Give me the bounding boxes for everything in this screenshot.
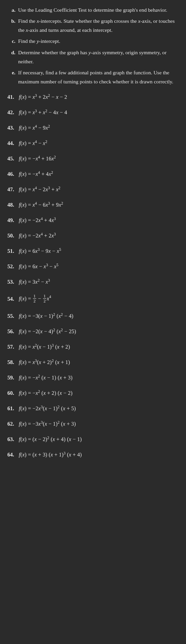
instruction-text: If necessary, find a few additional poin… bbox=[18, 68, 179, 86]
problem-number: 60. bbox=[7, 390, 19, 396]
problem-item: 45.f(x) = −x4 + 16x2 bbox=[7, 156, 179, 162]
instruction-list: a.Use the Leading Coefficient Test to de… bbox=[7, 5, 179, 86]
problem-item: 54.f(x) = 12 − 12x4 bbox=[7, 294, 179, 304]
instruction-text: Use the Leading Coefficient Test to dete… bbox=[18, 5, 179, 14]
problem-number: 62. bbox=[7, 421, 19, 427]
instruction-text: Find the y-intercept. bbox=[18, 37, 179, 46]
problem-number: 53. bbox=[7, 279, 19, 285]
page-content: a.Use the Leading Coefficient Test to de… bbox=[0, 0, 186, 475]
problem-item: 43.f(x) = x4 − 9x2 bbox=[7, 125, 179, 131]
problem-equation: f(x) = x4 − 2x3 + x2 bbox=[19, 187, 60, 193]
problem-item: 52.f(x) = 6x − x3 − x5 bbox=[7, 264, 179, 270]
problem-item: 49.f(x) = −2x4 + 4x3 bbox=[7, 217, 179, 223]
problem-equation: f(x) = −2(x − 4)2 (x2 − 25) bbox=[19, 329, 76, 335]
problem-number: 50. bbox=[7, 233, 19, 239]
problem-item: 41.f(x) = x3 + 2x2 − x − 2 bbox=[7, 94, 179, 100]
problem-number: 64. bbox=[7, 452, 19, 458]
problem-number: 61. bbox=[7, 406, 19, 412]
problem-equation: f(x) = −2x4 + 2x3 bbox=[19, 233, 56, 239]
problem-item: 62.f(x) = −3x3(x − 1)2 (x + 3) bbox=[7, 421, 179, 427]
problem-equation: f(x) = (x + 3) (x + 1)3 (x + 4) bbox=[19, 452, 82, 458]
problem-number: 45. bbox=[7, 156, 19, 162]
problem-item: 63.f(x) = (x − 2)2 (x + 4) (x − 1) bbox=[7, 436, 179, 442]
problem-number: 57. bbox=[7, 344, 19, 350]
problem-equation: f(x) = x3(x + 2)2 (x + 1) bbox=[19, 359, 70, 365]
problem-item: 56.f(x) = −2(x − 4)2 (x2 − 25) bbox=[7, 329, 179, 335]
problem-number: 63. bbox=[7, 436, 19, 442]
problem-equation: f(x) = 3x2 − x3 bbox=[19, 279, 50, 285]
problem-equation: f(x) = −3x3(x − 1)2 (x + 3) bbox=[19, 421, 76, 427]
problem-item: 47.f(x) = x4 − 2x3 + x2 bbox=[7, 187, 179, 193]
problem-number: 44. bbox=[7, 140, 19, 146]
problem-equation: f(x) = −x4 + 16x2 bbox=[19, 156, 56, 162]
problem-item: 64.f(x) = (x + 3) (x + 1)3 (x + 4) bbox=[7, 452, 179, 458]
problem-number: 54. bbox=[7, 296, 19, 302]
problem-equation: f(x) = x4 − 9x2 bbox=[19, 125, 50, 131]
problem-equation: f(x) = 12 − 12x4 bbox=[19, 294, 51, 304]
problem-number: 51. bbox=[7, 248, 19, 254]
problem-item: 50.f(x) = −2x4 + 2x3 bbox=[7, 233, 179, 239]
problem-number: 42. bbox=[7, 110, 19, 116]
instruction-item: c.Find the y-intercept. bbox=[7, 37, 179, 46]
problem-item: 57.f(x) = x2(x − 1)3 (x + 2) bbox=[7, 344, 179, 350]
problem-item: 42.f(x) = x3 + x2 − 4x − 4 bbox=[7, 110, 179, 116]
instruction-letter: b. bbox=[7, 16, 18, 34]
problem-equation: f(x) = (x − 2)2 (x + 4) (x − 1) bbox=[19, 436, 82, 442]
problem-number: 59. bbox=[7, 375, 19, 381]
problem-equation: f(x) = x3 + 2x2 − x − 2 bbox=[19, 94, 67, 100]
problem-item: 61.f(x) = −2x3(x − 1)2 (x + 5) bbox=[7, 406, 179, 412]
problem-equation: f(x) = −x2 (x + 2) (x − 2) bbox=[19, 390, 73, 396]
problem-item: 58.f(x) = x3(x + 2)2 (x + 1) bbox=[7, 359, 179, 365]
problem-equation: f(x) = 6x3 − 9x − x5 bbox=[19, 248, 61, 254]
problem-item: 48.f(x) = x4 − 6x3 + 9x2 bbox=[7, 202, 179, 208]
problem-number: 47. bbox=[7, 187, 19, 193]
problem-equation: f(x) = x4 − 6x3 + 9x2 bbox=[19, 202, 63, 208]
problem-number: 58. bbox=[7, 359, 19, 365]
problem-number: 41. bbox=[7, 94, 19, 100]
problem-number: 56. bbox=[7, 329, 19, 335]
problem-equation: f(x) = −x2 (x − 1) (x + 3) bbox=[19, 375, 73, 381]
instruction-text: Find the x-intercepts. State whether the… bbox=[18, 16, 179, 34]
problem-number: 49. bbox=[7, 217, 19, 223]
instruction-letter: d. bbox=[7, 48, 18, 66]
instruction-item: d.Determine whether the graph has y-axis… bbox=[7, 48, 179, 66]
problem-item: 60.f(x) = −x2 (x + 2) (x − 2) bbox=[7, 390, 179, 396]
problem-equation: f(x) = x3 + x2 − 4x − 4 bbox=[19, 110, 67, 116]
instruction-item: b.Find the x-intercepts. State whether t… bbox=[7, 16, 179, 34]
problem-item: 53.f(x) = 3x2 − x3 bbox=[7, 279, 179, 285]
problem-number: 55. bbox=[7, 313, 19, 319]
instruction-letter: a. bbox=[7, 5, 18, 14]
instruction-item: a.Use the Leading Coefficient Test to de… bbox=[7, 5, 179, 14]
problem-item: 59.f(x) = −x2 (x − 1) (x + 3) bbox=[7, 375, 179, 381]
problem-item: 55.f(x) = −3(x − 1)2 (x2 − 4) bbox=[7, 313, 179, 319]
problem-equation: f(x) = −2x4 + 4x3 bbox=[19, 217, 56, 223]
problem-number: 52. bbox=[7, 264, 19, 270]
problem-equation: f(x) = x4 − x2 bbox=[19, 140, 47, 146]
problem-list: 41.f(x) = x3 + 2x2 − x − 242.f(x) = x3 +… bbox=[7, 94, 179, 458]
problem-equation: f(x) = 6x − x3 − x5 bbox=[19, 264, 58, 270]
problem-number: 48. bbox=[7, 202, 19, 208]
problem-number: 46. bbox=[7, 171, 19, 177]
problem-equation: f(x) = x2(x − 1)3 (x + 2) bbox=[19, 344, 70, 350]
problem-number: 43. bbox=[7, 125, 19, 131]
instruction-letter: e. bbox=[7, 68, 18, 86]
instruction-text: Determine whether the graph has y-axis s… bbox=[18, 48, 179, 66]
problem-equation: f(x) = −3(x − 1)2 (x2 − 4) bbox=[19, 313, 74, 319]
problem-item: 46.f(x) = −x4 + 4x2 bbox=[7, 171, 179, 177]
problem-item: 44.f(x) = x4 − x2 bbox=[7, 140, 179, 146]
problem-equation: f(x) = −x4 + 4x2 bbox=[19, 171, 53, 177]
problem-equation: f(x) = −2x3(x − 1)2 (x + 5) bbox=[19, 406, 76, 412]
instruction-letter: c. bbox=[7, 37, 18, 46]
instruction-item: e.If necessary, find a few additional po… bbox=[7, 68, 179, 86]
problem-item: 51.f(x) = 6x3 − 9x − x5 bbox=[7, 248, 179, 254]
